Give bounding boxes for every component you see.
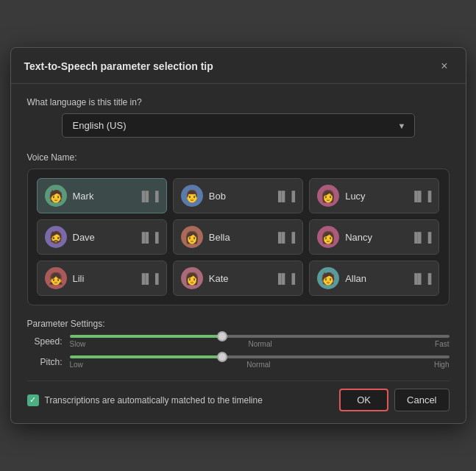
wave-icon-bella: ▐▌▐ (275, 232, 296, 243)
wave-icon-bob: ▐▌▐ (275, 191, 296, 202)
speed-max-label: Fast (435, 340, 449, 348)
voice-name-nancy: Nancy (345, 232, 372, 243)
pitch-slider-container: Low Normal High (70, 355, 450, 369)
parameter-section-label: Parameter Settings: (27, 319, 450, 329)
voice-card-bob[interactable]: 👨 Bob ▐▌▐ (173, 178, 303, 213)
parameter-section: Parameter Settings: Speed: Slow Normal F… (27, 319, 450, 369)
transcription-checkbox-label[interactable]: ✓ Transcriptions are automatically match… (27, 394, 263, 406)
speed-slider-container: Slow Normal Fast (70, 335, 450, 348)
speed-row: Speed: Slow Normal Fast (27, 335, 450, 348)
pitch-label: Pitch: (27, 357, 63, 367)
avatar-lucy: 👩 (317, 185, 339, 207)
pitch-slider-labels: Low Normal High (70, 361, 450, 369)
checkmark-icon: ✓ (29, 396, 36, 404)
avatar-kate: 👩 (181, 267, 203, 289)
voice-name-section: Voice Name: 🧑 Mark ▐▌▐ 👨 Bob ▐▌▐ (27, 152, 450, 305)
wave-icon-allan: ▐▌▐ (411, 273, 432, 284)
voice-card-lucy[interactable]: 👩 Lucy ▐▌▐ (309, 178, 439, 213)
wave-icon-mark: ▐▌▐ (138, 191, 159, 202)
avatar-bob: 👨 (181, 185, 203, 207)
checkbox-text: Transcriptions are automatically matched… (45, 395, 263, 406)
transcription-checkbox[interactable]: ✓ (27, 394, 39, 406)
speed-slider[interactable] (70, 335, 450, 338)
voice-card-allan[interactable]: 🧑 Allan ▐▌▐ (309, 261, 439, 296)
voice-card-mark[interactable]: 🧑 Mark ▐▌▐ (37, 178, 167, 213)
wave-icon-lili: ▐▌▐ (138, 273, 159, 284)
footer-row: ✓ Transcriptions are automatically match… (27, 380, 450, 411)
voice-name-dave: Dave (73, 232, 95, 243)
dialog-body: What language is this title in? English … (11, 84, 466, 423)
voice-name-lili: Lili (73, 273, 85, 284)
close-button[interactable]: × (436, 58, 452, 74)
speed-mid-label: Normal (249, 340, 272, 348)
wave-icon-dave: ▐▌▐ (138, 232, 159, 243)
avatar-dave: 🧔 (45, 226, 67, 248)
pitch-mid-label: Normal (246, 361, 270, 369)
dialog-header: Text-to-Speech parameter selection tip × (11, 48, 466, 84)
avatar-allan: 🧑 (317, 267, 339, 289)
avatar-lili: 👧 (45, 267, 67, 289)
speed-min-label: Slow (70, 340, 86, 348)
voice-card-bella[interactable]: 👩 Bella ▐▌▐ (173, 219, 303, 255)
language-select-wrapper: English (US) English (UK) Spanish French… (62, 113, 415, 138)
dialog-title: Text-to-Speech parameter selection tip (24, 60, 213, 72)
wave-icon-lucy: ▐▌▐ (411, 191, 432, 202)
voice-name-mark: Mark (73, 191, 94, 202)
ok-button[interactable]: OK (339, 389, 388, 411)
voice-name-kate: Kate (209, 273, 229, 284)
voice-name-bob: Bob (209, 191, 226, 202)
voice-card-nancy[interactable]: 👩 Nancy ▐▌▐ (309, 219, 439, 255)
language-select[interactable]: English (US) English (UK) Spanish French… (62, 113, 415, 138)
avatar-bella: 👩 (181, 226, 203, 248)
voice-card-kate[interactable]: 👩 Kate ▐▌▐ (173, 261, 303, 296)
voice-card-dave[interactable]: 🧔 Dave ▐▌▐ (37, 219, 167, 255)
footer-buttons: OK Cancel (339, 389, 449, 411)
speed-label: Speed: (27, 336, 63, 347)
voice-card-lili[interactable]: 👧 Lili ▐▌▐ (37, 261, 167, 296)
speed-slider-labels: Slow Normal Fast (70, 340, 450, 348)
language-section: What language is this title in? English … (27, 97, 450, 138)
wave-icon-nancy: ▐▌▐ (411, 232, 432, 243)
voice-name-allan: Allan (345, 273, 366, 284)
voice-name-lucy: Lucy (345, 191, 365, 202)
voice-grid: 🧑 Mark ▐▌▐ 👨 Bob ▐▌▐ 👩 (27, 169, 450, 305)
pitch-row: Pitch: Low Normal High (27, 355, 450, 369)
cancel-button[interactable]: Cancel (394, 389, 449, 411)
language-label: What language is this title in? (27, 97, 450, 107)
voice-name-label: Voice Name: (27, 152, 450, 163)
pitch-max-label: High (434, 361, 450, 369)
dialog: Text-to-Speech parameter selection tip ×… (10, 47, 466, 424)
voice-name-bella: Bella (209, 232, 230, 243)
avatar-mark: 🧑 (45, 185, 67, 207)
avatar-nancy: 👩 (317, 226, 339, 248)
pitch-min-label: Low (70, 361, 83, 369)
wave-icon-kate: ▐▌▐ (275, 273, 296, 284)
pitch-slider[interactable] (70, 355, 450, 358)
